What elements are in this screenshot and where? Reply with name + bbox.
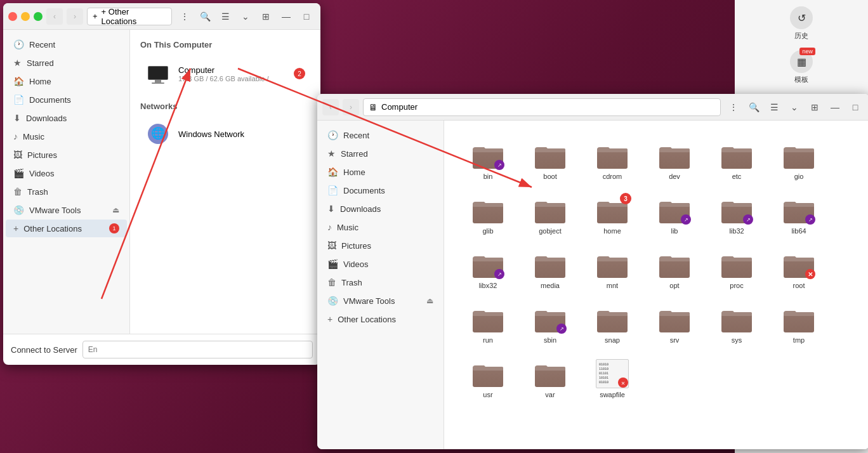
folder-item[interactable]: etc [708, 136, 765, 185]
sidebar-item-home-w2[interactable]: 🏠 Home [320, 163, 441, 181]
forward-button-w2[interactable]: › [343, 99, 359, 115]
folder-item[interactable]: ↗lib [646, 190, 703, 240]
folder-item[interactable]: gobject [522, 190, 579, 240]
kebab-menu-button-w1[interactable]: ⋮ [176, 8, 194, 25]
eject-icon-w2[interactable]: ⏏ [426, 296, 433, 305]
folder-item[interactable]: snap [584, 299, 641, 349]
sidebar-item-music-w2[interactable]: ♪ Music [320, 218, 441, 236]
windows-network-item[interactable]: 🌐 Windows Network [140, 116, 310, 152]
sidebar-item-trash-w2[interactable]: 🗑 Trash [320, 273, 441, 291]
forward-button-w1[interactable]: › [67, 8, 83, 25]
kebab-menu-button-w2[interactable]: ⋮ [725, 98, 742, 116]
sidebar-item-vmwaretools-w2[interactable]: 💿 VMware Tools ⏏ [320, 292, 441, 310]
folder-item[interactable]: run [459, 299, 516, 349]
folder-icon-wrap [658, 250, 691, 279]
folder-item[interactable]: var [522, 354, 579, 404]
networks-title: Networks [140, 102, 310, 111]
location-plus-icon: + [93, 11, 98, 21]
folder-item[interactable]: srv [646, 299, 703, 349]
history-panel-item[interactable]: ↺ 历史 [790, 6, 813, 41]
sidebar-item-pictures-w1[interactable]: 🖼 Pictures [6, 146, 127, 164]
folder-item[interactable]: 0101011010011011010101010 ✕ swapfile [584, 354, 641, 404]
symlink-overlay: ↗ [494, 160, 504, 170]
grid-view-button-w2[interactable]: ⊞ [806, 98, 824, 116]
folder-item[interactable]: proc [708, 245, 765, 294]
sidebar-item-otherlocations-w2[interactable]: + Other Locations [320, 310, 441, 328]
symlink-overlay: ↗ [556, 324, 567, 334]
sidebar-item-starred-w1[interactable]: ★ Starred [6, 54, 127, 72]
svg-rect-6 [155, 80, 161, 82]
folder-item[interactable]: opt [646, 245, 703, 294]
sidebar-item-starred-w2[interactable]: ★ Starred [320, 145, 441, 162]
sidebar-item-home-w1[interactable]: 🏠 Home [6, 72, 127, 90]
svg-rect-81 [784, 258, 814, 261]
folder-item[interactable]: 3home [584, 190, 641, 240]
grid-view-button-w1[interactable]: ⊞ [257, 8, 275, 25]
sidebar-item-videos-w1[interactable]: 🎬 Videos [6, 164, 127, 182]
minimize-icon-btn-w2[interactable]: — [826, 98, 844, 116]
folder-item[interactable]: usr [459, 354, 516, 404]
folder-icon-wrap [534, 195, 567, 225]
list-view-button-w1[interactable]: ☰ [216, 8, 234, 25]
folder-name: proc [730, 282, 743, 289]
minimize-button-w1[interactable] [21, 12, 30, 21]
svg-text:🌐: 🌐 [151, 126, 166, 140]
search-button-w1[interactable]: 🔍 [196, 8, 214, 25]
sidebar-item-music-w1[interactable]: ♪ Music [6, 128, 127, 145]
connect-input[interactable] [82, 341, 313, 358]
sidebar-item-pictures-w2[interactable]: 🖼 Pictures [320, 237, 441, 254]
sidebar-item-downloads-w2[interactable]: ⬇ Downloads [320, 200, 441, 218]
folder-item[interactable]: ✕root [770, 245, 827, 294]
sidebar-item-videos-w2[interactable]: 🎬 Videos [320, 255, 441, 273]
sidebar-item-vmwaretools-w1[interactable]: 💿 VMware Tools ⏏ [6, 201, 127, 219]
sidebar-item-recent-w1[interactable]: 🕐 Recent [6, 36, 127, 53]
sidebar-item-otherlocations-w1[interactable]: + Other Locations 1 [6, 220, 127, 237]
template-panel-item[interactable]: ▦ new 模板 [790, 50, 813, 84]
folder-item[interactable]: dev [646, 136, 703, 185]
sort-button-w2[interactable]: ⌄ [786, 98, 803, 116]
back-button-w2[interactable]: ‹ [322, 99, 339, 115]
folder-icon-wrap [658, 305, 691, 334]
folder-item[interactable]: ↗lib64 [770, 190, 827, 240]
swapfile-icon: 0101011010011011010101010 ✕ [596, 359, 629, 388]
search-button-w2[interactable]: 🔍 [745, 98, 763, 116]
maximize-icon-btn-w1[interactable]: □ [298, 8, 315, 25]
sidebar-item-recent-w2[interactable]: 🕐 Recent [320, 126, 441, 144]
folder-item[interactable]: ↗bin [459, 136, 516, 185]
close-button-w1[interactable] [8, 12, 17, 21]
sidebar-label-otherlocations-w2: Other Locations [338, 315, 396, 324]
folder-item[interactable]: media [522, 245, 579, 294]
folder-item[interactable]: tmp [770, 299, 827, 349]
back-button-w1[interactable]: ‹ [46, 8, 63, 25]
location-text-w1: + Other Locations [102, 7, 166, 26]
folder-item[interactable]: cdrom [584, 136, 641, 185]
computer-location-item[interactable]: Computer 17.3 GB / 62.6 GB available / 2 [140, 56, 310, 91]
sidebar-label-music-w2: Music [337, 223, 358, 232]
folder-item[interactable]: gio [770, 136, 827, 185]
sidebar-item-downloads-w1[interactable]: ⬇ Downloads [6, 109, 127, 127]
folder-icon-wrap: 3 [596, 195, 629, 225]
maximize-icon-btn-w2[interactable]: □ [846, 98, 864, 116]
minimize-icon-btn-w1[interactable]: — [277, 8, 295, 25]
home-icon-w2: 🏠 [327, 167, 338, 177]
folder-item[interactable]: boot [522, 136, 579, 185]
sidebar-item-documents-w1[interactable]: 📄 Documents [6, 91, 127, 108]
sidebar-w2: 🕐 Recent ★ Starred 🏠 Home 📄 Documents ⬇ … [317, 121, 444, 449]
folder-item[interactable]: sys [708, 299, 765, 349]
folder-item[interactable]: ↗lib32 [708, 190, 765, 240]
folder-item[interactable]: ↗sbin [522, 299, 579, 349]
maximize-button-w1[interactable] [34, 12, 43, 21]
sidebar-item-trash-w1[interactable]: 🗑 Trash [6, 183, 127, 200]
otherlocations-icon-w2: + [327, 314, 332, 324]
svg-rect-13 [473, 148, 503, 152]
eject-icon-w1[interactable]: ⏏ [112, 206, 119, 214]
sidebar-item-documents-w2[interactable]: 📄 Documents [320, 181, 441, 199]
folder-item[interactable]: ↗libx32 [459, 245, 516, 294]
folder-item[interactable]: mnt [584, 245, 641, 294]
svg-rect-17 [535, 148, 565, 152]
list-view-button-w2[interactable]: ☰ [765, 98, 783, 116]
sort-button-w1[interactable]: ⌄ [237, 8, 254, 25]
recent-icon-w2: 🕐 [327, 130, 338, 140]
sidebar-w1: 🕐 Recent ★ Starred 🏠 Home 📄 Documents ⬇ … [3, 30, 130, 334]
folder-item[interactable]: glib [459, 190, 516, 240]
